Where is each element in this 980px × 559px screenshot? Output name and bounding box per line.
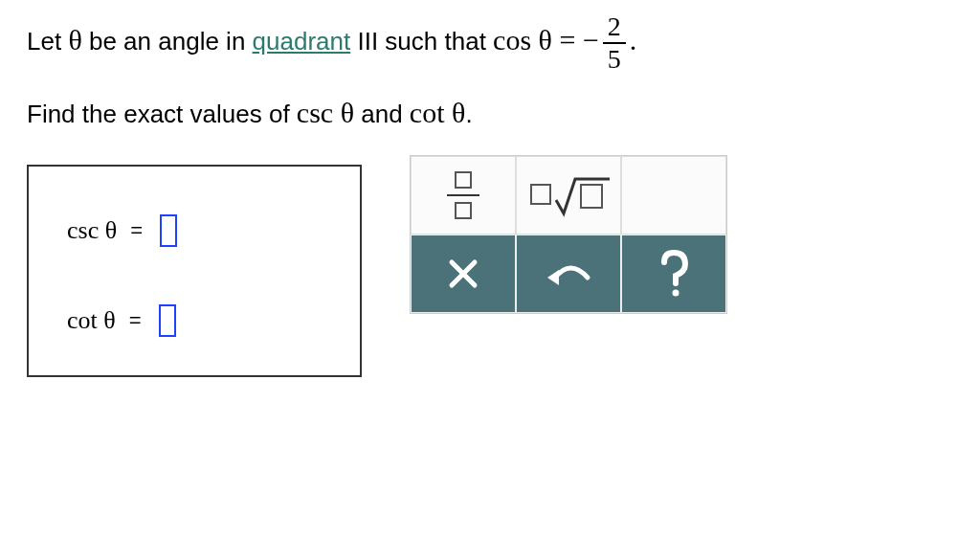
denominator: 5 — [603, 44, 626, 73]
fraction-icon — [441, 168, 485, 222]
equals-sign: = — [129, 308, 142, 333]
period: . — [465, 100, 472, 128]
cot-input[interactable] — [159, 304, 176, 337]
fraction-two-fifths: 2 5 — [603, 13, 626, 73]
help-button[interactable] — [621, 235, 726, 313]
theta-symbol: θ — [68, 24, 81, 56]
cot-theta: cot θ — [410, 97, 466, 128]
text: and — [354, 100, 410, 128]
csc-label: csc θ — [67, 216, 117, 245]
close-icon — [444, 255, 482, 293]
minus-sign: − — [583, 24, 599, 56]
quadrant-link[interactable]: quadrant — [253, 27, 351, 56]
csc-theta: csc θ — [297, 97, 354, 128]
svg-point-8 — [673, 290, 679, 297]
period: . — [630, 24, 637, 56]
text: Let — [27, 27, 68, 56]
palette-empty — [621, 156, 726, 235]
equals-sign: = — [130, 218, 143, 243]
text: such that — [378, 27, 493, 56]
answer-panel: csc θ = cot θ = — [27, 165, 362, 377]
csc-answer-row: csc θ = — [67, 214, 312, 247]
svg-rect-0 — [456, 172, 471, 188]
problem-line-1: Let θ be an angle in quadrant III such t… — [27, 13, 953, 73]
problem-line-2: Find the exact values of csc θ and cot θ… — [27, 90, 953, 136]
undo-button[interactable] — [516, 235, 621, 313]
sqrt-tool-button[interactable] — [516, 156, 621, 235]
numerator: 2 — [603, 13, 626, 44]
fraction-tool-button[interactable] — [411, 156, 516, 235]
svg-rect-3 — [531, 185, 550, 204]
text: be an angle in — [82, 27, 253, 56]
clear-button[interactable] — [411, 235, 516, 313]
question-icon — [655, 249, 693, 299]
svg-rect-4 — [581, 185, 602, 208]
cot-answer-row: cot θ = — [67, 304, 312, 337]
cos-theta: cos θ — [493, 24, 552, 56]
csc-input[interactable] — [160, 214, 177, 247]
sqrt-icon — [525, 173, 612, 217]
input-palette — [410, 155, 727, 314]
svg-rect-2 — [456, 203, 471, 218]
svg-marker-7 — [547, 270, 559, 285]
cot-label: cot θ — [67, 306, 116, 335]
problem-statement: Let θ be an angle in quadrant III such t… — [27, 13, 953, 136]
text: Find the exact values of — [27, 100, 297, 128]
equals-sign: = — [552, 24, 583, 56]
quadrant-number: III — [350, 27, 378, 56]
undo-icon — [542, 257, 595, 291]
